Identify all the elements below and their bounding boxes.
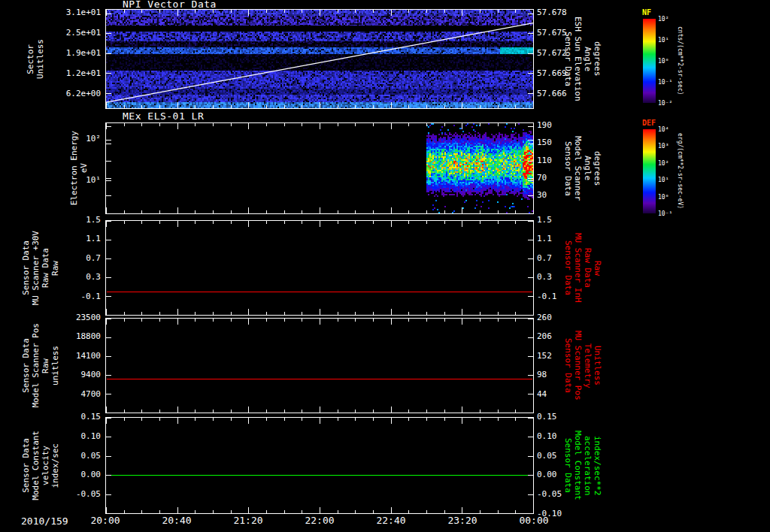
right-tick-p5-4: -0.05 xyxy=(537,490,574,499)
ylabel-line: Sensor Data xyxy=(563,240,573,295)
left-tick-p1-2: 1.9e+01 xyxy=(53,49,101,58)
ylabel-line: MU Scanner +30V xyxy=(31,231,41,305)
x-tick-0: 20:00 xyxy=(83,515,128,526)
x-tick-5: 23:20 xyxy=(440,515,485,526)
left-tick-p3-2: 0.7 xyxy=(53,254,101,263)
ylabel-line: Model Scanner Pos xyxy=(31,323,41,408)
panel2-spectrogram-canvas xyxy=(106,123,533,213)
right-tick-p5-2: 0.05 xyxy=(537,452,574,461)
panel5-line-canvas xyxy=(106,418,533,513)
colorbar-1-tick-0: 10² xyxy=(658,16,684,23)
right-tick-p5-1: 0.10 xyxy=(537,432,574,441)
colorbar-2-tick-4: 10⁰ xyxy=(658,194,684,201)
ylabel-line: Raw Data xyxy=(41,248,50,288)
ylabel-line: Sensor Data xyxy=(21,438,31,493)
ylabel-line: index/sec xyxy=(50,443,60,488)
ylabel-line: Sensor Data xyxy=(21,338,31,393)
ylabel-line: Model Constant xyxy=(31,431,41,500)
ylabel-line: Sector xyxy=(26,44,35,74)
panel2-title: MEx ELS-01 LR xyxy=(123,112,204,121)
left-tick-p3-3: 0.3 xyxy=(53,273,101,282)
ylabel-line: Raw xyxy=(593,261,602,276)
ylabel-line: Sensor Data xyxy=(563,338,573,393)
ylabel-line: degrees xyxy=(593,151,602,186)
right-tick-p1-2: 57.672 xyxy=(537,49,574,58)
ylabel-line: Angle xyxy=(583,47,593,71)
left-tick-p1-3: 1.2e+01 xyxy=(53,69,101,78)
ylabel-line: eV xyxy=(79,163,89,173)
left-tick-p5-1: 0.10 xyxy=(53,432,101,441)
ylabel-line: Raw Data xyxy=(583,248,593,288)
colorbar-2-tick-3: 10¹ xyxy=(658,177,684,183)
right-tick-p2-3: 70 xyxy=(537,174,574,183)
ylabel-line: Unitless xyxy=(593,346,602,385)
left-tick-p4-4: 4700 xyxy=(53,390,101,399)
nf-colorbar xyxy=(643,19,656,103)
right-tick-p4-1: 206 xyxy=(537,332,574,341)
ylabel-line: Sensor Data xyxy=(563,141,573,196)
left-tick-p2-0: 10² xyxy=(53,135,101,144)
right-tick-p4-3: 98 xyxy=(537,370,574,379)
right-tick-p4-4: 44 xyxy=(537,390,574,399)
right-tick-p2-1: 150 xyxy=(537,138,574,147)
right-tick-p3-0: 1.5 xyxy=(537,216,574,225)
x-tick-3: 22:00 xyxy=(297,515,342,526)
left-tick-p4-0: 23500 xyxy=(53,313,101,322)
colorbar-2-tick-1: 10³ xyxy=(658,143,684,150)
left-tick-p3-4: -0.1 xyxy=(53,292,101,301)
colorbar-1-tick-1: 10¹ xyxy=(658,37,684,44)
panel4-plot-area xyxy=(105,318,534,413)
right-tick-p2-0: 190 xyxy=(537,121,574,130)
panel2-ylabel-right: Sensor Data Model Scanner Angle degrees xyxy=(562,122,603,214)
left-tick-p2-1: 10¹ xyxy=(53,176,101,185)
left-tick-p4-3: 9400 xyxy=(53,370,101,379)
colorbar-2-tick-0: 10⁴ xyxy=(658,126,684,133)
x-tick-1: 20:40 xyxy=(154,515,199,526)
def-colorbar xyxy=(643,129,656,213)
right-tick-p2-2: 110 xyxy=(537,156,574,165)
left-tick-p4-2: 14100 xyxy=(53,352,101,361)
colorbar-1-tick-4: 10⁻² xyxy=(658,100,684,107)
colorbar-1-tick-2: 10⁰ xyxy=(658,58,684,65)
panel1-ylabel-left: Sector Unitless xyxy=(23,9,48,109)
right-tick-p3-3: 0.3 xyxy=(537,273,574,282)
right-tick-p1-0: 57.678 xyxy=(537,8,574,17)
ylabel-line: Raw xyxy=(41,358,50,373)
colorbar-2-tick-2: 10² xyxy=(658,160,684,167)
right-tick-p1-1: 57.675 xyxy=(537,29,574,38)
ylabel-line: velocity xyxy=(41,446,50,485)
x-axis-date-label: 2010/159 xyxy=(21,515,89,527)
right-tick-p2-4: 30 xyxy=(537,191,574,200)
left-tick-p1-4: 6.2e+00 xyxy=(53,89,101,98)
ylabel-line: index/sec**2 xyxy=(593,436,602,495)
x-tick-6: 00:00 xyxy=(511,515,556,526)
panel1-plot-area xyxy=(105,9,534,109)
right-tick-p3-2: 0.7 xyxy=(537,254,574,263)
def-colorbar-units: erg/(cm**2-sr-sec-eV) xyxy=(675,124,684,219)
spectrogram-stack-page: NPI Vector Data MEx ELS-01 LR Sector Uni… xyxy=(0,0,770,532)
left-tick-p5-0: 0.15 xyxy=(53,413,101,422)
ylabel-line: acceleration xyxy=(583,436,593,495)
x-tick-4: 22:40 xyxy=(368,515,414,526)
right-tick-p4-0: 260 xyxy=(537,313,574,322)
ylabel-line: degrees xyxy=(593,41,602,76)
panel1-spectrogram-canvas xyxy=(106,10,533,108)
nf-colorbar-label: NF xyxy=(642,8,651,17)
right-tick-p5-3: 0.00 xyxy=(537,470,574,479)
right-tick-p1-4: 57.666 xyxy=(537,89,574,98)
right-tick-p3-4: -0.1 xyxy=(537,292,574,301)
left-tick-p5-4: -0.05 xyxy=(53,490,101,499)
panel3-line-canvas xyxy=(106,221,533,315)
right-tick-p5-0: 0.15 xyxy=(537,413,574,422)
right-tick-p1-3: 57.669 xyxy=(537,69,574,78)
panel4-line-canvas xyxy=(106,319,533,413)
left-tick-p1-0: 3.1e+01 xyxy=(53,8,101,17)
ylabel-line: Sensor Data xyxy=(21,240,31,295)
left-tick-p4-1: 18800 xyxy=(53,332,101,341)
left-tick-p3-1: 1.1 xyxy=(53,234,101,243)
left-tick-p5-3: 0.00 xyxy=(53,470,101,479)
right-tick-p3-1: 1.1 xyxy=(537,234,574,243)
def-colorbar-label: DEF xyxy=(642,119,656,127)
colorbar-2-tick-5: 10⁻¹ xyxy=(658,210,684,217)
panel2-plot-area xyxy=(105,122,534,214)
